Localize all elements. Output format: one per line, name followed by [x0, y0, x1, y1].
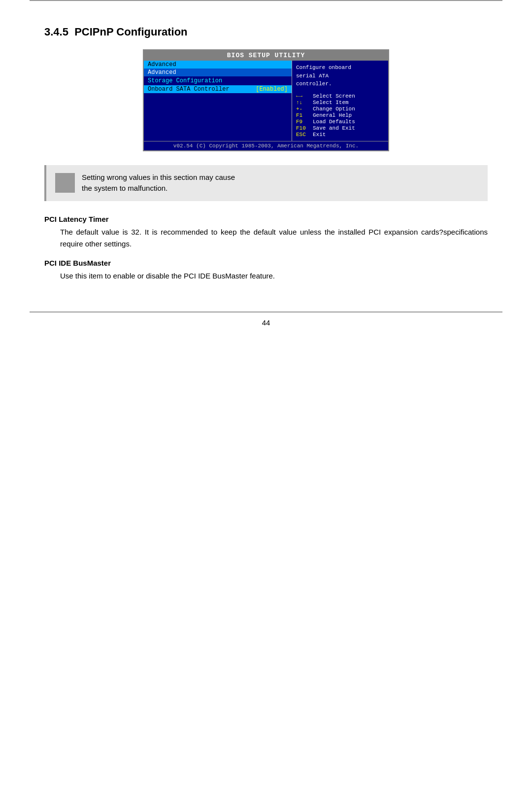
- section-title: 3.4.5 PCIPnP Configuration: [44, 26, 488, 38]
- shortcut-label: Select Item: [313, 100, 349, 105]
- shortcut-row: ←→ Select Screen: [296, 93, 384, 99]
- shortcut-key: F10: [296, 125, 310, 131]
- bios-screenshot: BIOS SETUP UTILITY Advanced Advanced Sto…: [143, 49, 389, 151]
- warning-icon: [55, 173, 75, 193]
- bios-footer: v02.54 (C) Copyright 1985-2003, American…: [144, 141, 388, 150]
- shortcut-row: ESC Exit: [296, 132, 384, 138]
- shortcut-row: F10 Save and Exit: [296, 125, 384, 131]
- pci-ide-section: PCI IDE BusMaster Use this item to enabl…: [44, 259, 488, 282]
- bios-section-label: Storage Configuration: [144, 76, 292, 85]
- shortcut-key: ←→: [296, 93, 310, 99]
- shortcut-row: F9 Load Defaults: [296, 119, 384, 125]
- shortcut-label: Change Option: [313, 106, 355, 112]
- shortcut-row: +- Change Option: [296, 106, 384, 112]
- shortcut-key: ↑↓: [296, 100, 310, 105]
- shortcut-label: Select Screen: [313, 93, 355, 99]
- page-number: 44: [0, 312, 532, 333]
- shortcut-row: ↑↓ Select Item: [296, 100, 384, 105]
- warning-text: Setting wrong values in this section may…: [82, 172, 235, 194]
- pci-ide-heading: PCI IDE BusMaster: [44, 259, 488, 267]
- shortcut-key: +-: [296, 106, 310, 112]
- shortcut-row: F1 General Help: [296, 112, 384, 118]
- bios-item-value: [Enabled]: [256, 86, 288, 93]
- pci-latency-section: PCI Latency Timer The default value is 3…: [44, 215, 488, 250]
- shortcut-label: General Help: [313, 112, 352, 118]
- pci-latency-body: The default value is 32. It is recommend…: [60, 226, 488, 250]
- bios-shortcuts: ←→ Select Screen ↑↓ Select Item +- Chang…: [296, 93, 384, 138]
- bios-left-panel: Advanced Advanced Storage Configuration …: [144, 61, 292, 141]
- warning-box: Setting wrong values in this section may…: [44, 165, 488, 201]
- bios-tab-advanced: Advanced: [144, 61, 292, 69]
- shortcut-label: Save and Exit: [313, 125, 355, 131]
- shortcut-label: Load Defaults: [313, 119, 355, 125]
- shortcut-key: ESC: [296, 132, 310, 138]
- bios-title-bar: BIOS SETUP UTILITY: [144, 50, 388, 61]
- pci-latency-heading: PCI Latency Timer: [44, 215, 488, 223]
- bios-description: Configure onboardserial ATAcontroller.: [296, 64, 384, 88]
- bios-right-panel: Configure onboardserial ATAcontroller. ←…: [292, 61, 388, 141]
- shortcut-label: Exit: [313, 132, 326, 138]
- bios-item-label: Onboard SATA Controller: [148, 86, 230, 93]
- bios-submenu-advanced: Advanced: [144, 69, 292, 76]
- bios-item-row: Onboard SATA Controller [Enabled]: [144, 85, 292, 93]
- shortcut-key: F1: [296, 112, 310, 118]
- shortcut-key: F9: [296, 119, 310, 125]
- pci-ide-body: Use this item to enable or disable the P…: [60, 270, 488, 282]
